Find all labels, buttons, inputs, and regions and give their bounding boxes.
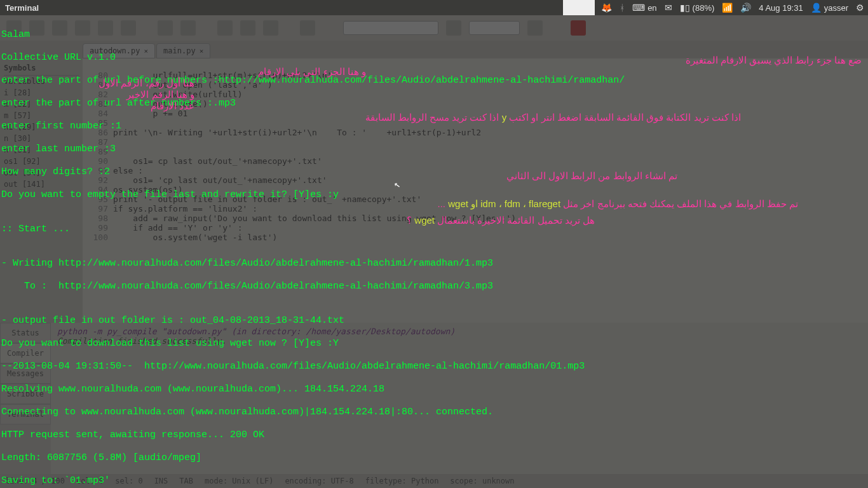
quit-button[interactable] — [571, 20, 586, 36]
save-button[interactable] — [52, 20, 67, 36]
close-icon[interactable]: × — [200, 47, 204, 55]
tab-scribble[interactable]: Scribble — [0, 384, 51, 404]
tab-terminal[interactable]: Terminal — [0, 404, 51, 424]
goto-button[interactable] — [527, 20, 543, 36]
tab-status[interactable]: Status — [0, 323, 51, 343]
arabic-note: تم حفظ الروابط في هذا الملف يمكنك فتحه ب… — [438, 198, 798, 210]
top-panel: Terminal 🦊 ᚼ ⌨en ✉ ▮▯(88%) 📶 🔊 4 Aug 19:… — [0, 0, 868, 15]
compiler-success: Compilation finished successfully. — [57, 336, 862, 346]
tab-autodown[interactable]: autodown.py× — [83, 43, 155, 58]
color-button[interactable] — [300, 20, 315, 36]
tab-main[interactable]: main.py× — [156, 43, 210, 58]
editor-toolbar — [0, 15, 868, 41]
stop-button[interactable] — [263, 20, 278, 36]
sidebar-item[interactable]: out [141] — [4, 179, 79, 190]
sidebar-item[interactable]: os1 [92] — [4, 156, 79, 167]
user-menu[interactable]: 👤yasser — [807, 3, 852, 13]
panel-blank — [563, 0, 595, 15]
open-button[interactable] — [29, 20, 44, 36]
search-input[interactable] — [343, 21, 438, 35]
bottom-pane: Status Compiler Messages Scribble Termin… — [0, 323, 868, 488]
build-button[interactable] — [240, 20, 255, 36]
sidebar-item[interactable]: n [31] — [4, 144, 79, 156]
arabic-note: و هنا الجزء التي يلي الارقام — [258, 66, 366, 78]
battery-indicator[interactable]: ▮▯(88%) — [676, 3, 719, 13]
status-sel: sel: 0 — [115, 477, 142, 485]
sidebar-item[interactable]: Variables — [4, 76, 79, 87]
bluetooth-icon[interactable]: ᚼ — [616, 3, 628, 13]
window-title: Terminal — [0, 3, 44, 13]
status-scope: scope: unknown — [450, 477, 514, 485]
gear-icon[interactable]: ⚙ — [852, 3, 868, 13]
redo-button[interactable] — [180, 20, 196, 36]
undo-button[interactable] — [158, 20, 173, 36]
sidebar-item[interactable]: n [30] — [4, 133, 79, 144]
new-file-button[interactable] — [6, 20, 22, 36]
status-mode: mode: Unix (LF) — [205, 477, 273, 485]
sidebar-title: Symbols — [4, 62, 79, 76]
arabic-note: اذا كنت تريد الكتابة فوق القائمة السابقة… — [365, 112, 741, 123]
search-button[interactable] — [446, 20, 461, 36]
compile-button[interactable] — [217, 20, 233, 36]
sidebar-item[interactable]: m [57] — [4, 110, 79, 121]
symbols-sidebar[interactable]: Symbols Variables i [28] m [32] m [57] n… — [0, 58, 83, 323]
reload-button[interactable] — [98, 20, 113, 36]
compiler-cmd: python -m py_compile "autodown.py" (in d… — [57, 327, 862, 336]
sidebar-item[interactable]: m [32] — [4, 98, 79, 110]
arabic-note: ضع هنا جزء رابط الذي يسبق الارقام المتغي… — [686, 55, 862, 66]
firefox-icon[interactable]: 🦊 — [597, 3, 616, 13]
status-enc: encoding: UTF-8 — [285, 477, 353, 485]
arabic-note: هنا أول رقم، الرقم الاول — [98, 78, 194, 89]
arabic-note: تم انشاء الروابط من الرابط الاول الى الث… — [506, 170, 677, 182]
arabic-note: و هنا الرقم الاخير — [126, 89, 194, 100]
status-filetype: filetype: Python — [365, 477, 439, 485]
sidebar-item[interactable]: out [54] — [4, 167, 79, 179]
mail-icon[interactable]: ✉ — [661, 3, 676, 13]
sidebar-item[interactable]: i [28] — [4, 87, 79, 98]
code-area[interactable]: 80 urlfull=url1+str(m)+str(p)+url2+'\n' … — [83, 58, 868, 323]
status-bar: line: 4 / 100 col: 0 sel: 0 INS TAB mode… — [0, 474, 868, 488]
tab-messages[interactable]: Messages — [0, 363, 51, 384]
close-button[interactable] — [121, 20, 136, 36]
clock[interactable]: 4 Aug 19:31 — [755, 3, 806, 13]
network-icon[interactable]: 📶 — [718, 3, 736, 13]
arabic-note: هل تريد تحميل القائمة الاخيرة باستعمال w… — [407, 215, 595, 226]
tab-compiler[interactable]: Compiler — [0, 343, 51, 363]
compiler-output: python -m py_compile "autodown.py" (in d… — [51, 323, 868, 488]
save-all-button[interactable] — [75, 20, 90, 36]
arabic-note: عدد الارقام — [151, 100, 194, 112]
keyboard-layout[interactable]: ⌨en — [628, 3, 660, 13]
goto-input[interactable] — [469, 21, 520, 35]
close-icon[interactable]: × — [144, 47, 148, 55]
status-line: line: 4 / 100 — [5, 477, 65, 485]
status-col: col: 0 — [76, 477, 104, 485]
status-tab: TAB — [179, 477, 193, 485]
sidebar-item[interactable]: n1 [29] — [4, 121, 79, 133]
status-ins: INS — [154, 477, 168, 485]
sound-icon[interactable]: 🔊 — [736, 3, 755, 13]
